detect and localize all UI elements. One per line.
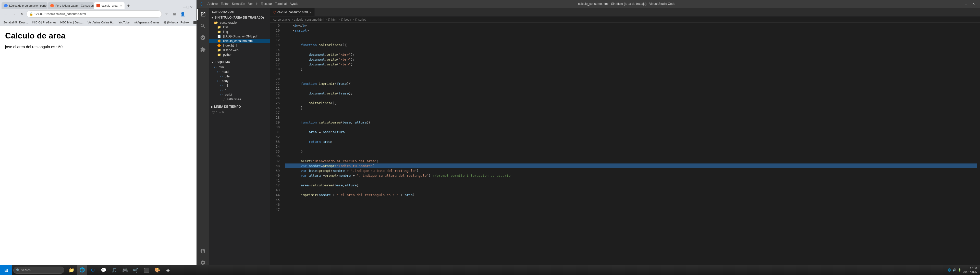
minimize-btn[interactable]: ─: [955, 1, 962, 6]
tray-network[interactable]: 🌐: [948, 269, 951, 272]
activity-scm[interactable]: [197, 32, 208, 43]
bookmark-0[interactable]: ZonaLefit5 | Desc...: [2, 21, 29, 24]
taskbar-discord[interactable]: 💬: [99, 265, 109, 275]
menu-archivo[interactable]: Archivo: [207, 2, 218, 6]
file-tree-item[interactable]: 📁python: [209, 52, 270, 57]
workspace-header[interactable]: ▼ SIN TÍTULO (ÁREA DE TRABAJO): [209, 15, 270, 21]
tray-battery[interactable]: 🔋: [958, 269, 961, 272]
taskbar-spotify[interactable]: 🎵: [109, 265, 119, 275]
file-tree-item[interactable]: 📄[LAD]+Glosario+ONE.pdf: [209, 34, 270, 39]
close-btn[interactable]: ✕: [970, 1, 977, 6]
taskbar: ⊞ 🔍 Search 📁 🌐 ⬡ 💬 🎵 🎮 🛒 ⬛ 🎨 ◈ 🌐 🔊 🔋 17:…: [0, 265, 980, 275]
page-body: jose el area del rectangulo es : 50: [5, 44, 191, 49]
taskbar-vscode[interactable]: ⬡: [88, 265, 98, 275]
outline-header[interactable]: ▼ ESQUEMA: [209, 59, 270, 65]
profile-button[interactable]: 👤: [179, 10, 186, 17]
editor-breadcrumb: curso oracle > calculo_consumo.html > ⟨⟩…: [270, 17, 980, 23]
titlebar-left: ⬡ Archivo Editar Selección Ver Ir Ejecut…: [200, 2, 298, 6]
file-tree-item[interactable]: 📁diseño web: [209, 48, 270, 52]
bookmark-2[interactable]: HBO Max | Desc...: [59, 21, 85, 24]
taskbar-store[interactable]: 🛒: [130, 265, 141, 275]
browser-toolbar: ← → ↻ 🔒 127.0.0.1:5500/calculo_consumo.h…: [0, 9, 197, 19]
editor-tabs: ⬡ calculo_consumo.html ✕: [270, 8, 980, 17]
bookmark-button[interactable]: ☆: [163, 10, 170, 17]
file-tree-item[interactable]: 🔶calculo_consumo.html: [209, 39, 270, 43]
tray-sound[interactable]: 🔊: [953, 269, 956, 272]
file-tree: 📂curso oracle📁Css📁img📄[LAD]+Glosario+ONE…: [209, 21, 270, 57]
activity-search[interactable]: [197, 21, 208, 32]
maximize-btn[interactable]: □: [963, 1, 969, 6]
taskbar-figma[interactable]: ◈: [163, 265, 173, 275]
taskbar-explorer[interactable]: 📁: [66, 265, 76, 275]
taskbar-clock[interactable]: 17:30 20/01/2025: [963, 266, 977, 274]
titlebar-menu: Archivo Editar Selección Ver Ir Ejecutar…: [207, 2, 298, 6]
bookmark-3[interactable]: Ver Anime Online H...: [86, 21, 116, 24]
browser-tabs: Lógica de programación parte ... ✕ Foro …: [0, 0, 197, 9]
browser-tab-3[interactable]: calculo_area ✕: [94, 2, 124, 9]
taskbar-photoshop[interactable]: 🎨: [152, 265, 162, 275]
outline-item[interactable]: ⟨⟩body: [209, 79, 270, 83]
outline-section: ▼ ESQUEMA ⟨⟩html⟨⟩head⟨⟩title⟨⟩body⟨⟩h1⟨…: [209, 59, 270, 101]
extensions-button[interactable]: ⊞: [171, 10, 178, 17]
outline-item[interactable]: ⟨⟩head: [209, 70, 270, 74]
taskbar-search[interactable]: 🔍 Search: [13, 267, 64, 274]
outline-chevron: ▼: [211, 61, 213, 64]
outline-item[interactable]: ⟨⟩title: [209, 74, 270, 79]
menu-ir[interactable]: Ir: [256, 2, 258, 6]
taskbar-game[interactable]: 🎮: [120, 265, 130, 275]
menu-ayuda[interactable]: Ayuda: [290, 2, 298, 6]
address-bar[interactable]: 🔒 127.0.0.1:5500/calculo_consumo.html: [27, 10, 162, 17]
activity-extensions[interactable]: [197, 44, 208, 55]
outline-item[interactable]: ⟨⟩h1: [209, 83, 270, 88]
browser-close-btn[interactable]: ✕: [190, 5, 193, 9]
forward-button[interactable]: →: [10, 10, 18, 17]
browser-window: Lógica de programación parte ... ✕ Foro …: [0, 0, 197, 275]
outline-item[interactable]: ⟨⟩h3: [209, 88, 270, 92]
code-content[interactable]: <b></b> <script> function saltarlinea(){…: [282, 23, 980, 269]
timeline-chevron: ▶: [211, 106, 213, 108]
explorer-section: ▼ SIN TÍTULO (ÁREA DE TRABAJO) 📂curso or…: [209, 15, 270, 57]
menu-ver[interactable]: Ver: [248, 2, 253, 6]
search-icon: 🔍: [16, 269, 20, 272]
line-numbers: 9101112131415161718192021222324252627282…: [270, 23, 282, 269]
browser-tab-2[interactable]: Foro | Alura Latam - Cursos on... ✕: [48, 2, 94, 9]
timeline-header[interactable]: ▶ LÍNEA DE TIEMPO: [209, 104, 270, 109]
menu-seleccion[interactable]: Selección: [232, 2, 245, 6]
outline-item[interactable]: ⟨⟩script: [209, 92, 270, 97]
bookmark-6[interactable]: @ {9} Inicia - Roblox: [162, 21, 191, 24]
vscode-body: EXPLORADOR ▼ SIN TÍTULO (ÁREA DE TRABAJO…: [197, 8, 980, 269]
file-tree-item[interactable]: 📁img: [209, 30, 270, 34]
activity-accounts[interactable]: [197, 245, 208, 257]
taskbar-tray: 🌐 🔊 🔋 17:30 20/01/2025: [945, 266, 980, 274]
menu-ejecutar[interactable]: Ejecutar: [261, 2, 272, 6]
address-text: 127.0.0.1:5500/calculo_consumo.html: [34, 12, 159, 16]
new-tab-button[interactable]: +: [125, 2, 132, 9]
file-tree-item[interactable]: 📂curso oracle: [209, 21, 270, 25]
taskbar-terminal[interactable]: ⬛: [142, 265, 151, 275]
titlebar-controls: ─ □ ✕: [955, 1, 977, 6]
outline-item[interactable]: ⟨⟩html: [209, 65, 270, 70]
start-button[interactable]: ⊞: [0, 265, 12, 275]
bookmark-1[interactable]: INICIO | PreGames: [30, 21, 58, 24]
outline-item[interactable]: ƒsaltarlinea: [209, 97, 270, 101]
tab-close-3[interactable]: ✕: [120, 4, 122, 7]
page-heading: Calculo de area: [5, 31, 191, 41]
editor-tab-close[interactable]: ✕: [309, 11, 311, 14]
file-tree-item[interactable]: 📁Css: [209, 25, 270, 30]
file-tree-item[interactable]: 🔶index.html: [209, 43, 270, 48]
activity-explorer[interactable]: [197, 9, 208, 20]
reload-button[interactable]: ↻: [18, 10, 25, 17]
menu-terminal[interactable]: Terminal: [275, 2, 286, 6]
browser-tab-1[interactable]: Lógica de programación parte ... ✕: [2, 2, 48, 9]
browser-minimize-btn[interactable]: ─: [183, 5, 186, 9]
code-editor[interactable]: 9101112131415161718192021222324252627282…: [270, 23, 980, 269]
editor-tab-active[interactable]: ⬡ calculo_consumo.html ✕: [270, 8, 315, 17]
bookmark-5[interactable]: InkAgames's Games: [132, 21, 161, 24]
bookmark-4[interactable]: YouTube: [117, 21, 131, 24]
browser-maximize-btn[interactable]: □: [187, 5, 189, 9]
bookmark-7[interactable]: ⬛ Login | Alura Latam...: [192, 20, 197, 24]
menu-button[interactable]: ⋮: [187, 10, 194, 17]
taskbar-chrome[interactable]: 🌐: [77, 265, 87, 275]
menu-editar[interactable]: Editar: [221, 2, 229, 6]
back-button[interactable]: ←: [2, 10, 9, 17]
